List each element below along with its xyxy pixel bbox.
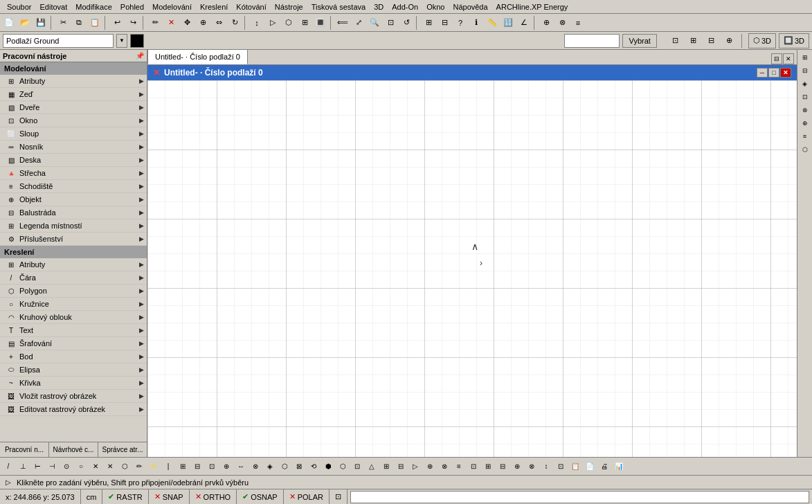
paste-btn[interactable]: 📋 [87, 15, 102, 30]
extra1-btn[interactable]: ⊕ [539, 15, 554, 30]
snap-icon3[interactable]: ⊟ [704, 33, 719, 48]
menu-entry-0-12[interactable]: ⚙Příslušenství▶ [0, 233, 147, 246]
menu-entry-1-0[interactable]: ⊞Atributy▶ [0, 258, 147, 271]
menu-entry-0-3[interactable]: ⊡Okno▶ [0, 114, 147, 127]
bt-btn-9[interactable]: ⬡ [118, 460, 132, 474]
drawing-tab[interactable]: Untitled- · Číslo podlaží 0 [147, 49, 248, 64]
panel-scroll[interactable]: Modelování⊞Atributy▶▦Zeď▶▧Dveře▶⊡Okno▶⬜S… [0, 62, 147, 442]
right-btn-2[interactable]: ⊟ [799, 64, 811, 77]
menu-item-editovat[interactable]: Editovat [35, 1, 71, 12]
new-btn[interactable]: 📄 [1, 15, 17, 30]
right-btn-5[interactable]: ⊗ [799, 104, 811, 116]
bt-btn-32[interactable]: ≡ [452, 460, 466, 474]
pencil-btn[interactable]: ✏ [147, 15, 163, 30]
zoom-prev[interactable]: ⟸ [335, 15, 350, 30]
angle-btn[interactable]: ∠ [516, 15, 532, 30]
color-box[interactable] [130, 34, 144, 48]
save-btn[interactable]: 💾 [33, 15, 48, 30]
win-restore-btn[interactable]: □ [768, 68, 779, 78]
bt-btn-18[interactable]: ⊗ [249, 460, 262, 474]
bt-btn-11[interactable]: ✏ [147, 460, 161, 474]
menu-entry-1-11[interactable]: 🖼Editovat rastrový obrázek▶ [0, 403, 147, 416]
menu-item-n-stroje[interactable]: Nástroje [271, 1, 307, 12]
open-btn[interactable]: 📂 [17, 15, 33, 30]
snap-icon2[interactable]: ⊞ [686, 33, 701, 48]
osnap-toggle[interactable]: ✔ OSNAP [237, 489, 284, 504]
menu-entry-1-10[interactable]: 🖼Vložit rastrový obrázek▶ [0, 390, 147, 403]
bt-btn-2[interactable]: ⊥ [16, 460, 30, 474]
bt-btn-4[interactable]: ⊣ [45, 460, 59, 474]
menu-entry-1-3[interactable]: ○Kružnice▶ [0, 298, 147, 311]
undo-btn[interactable]: ↩ [109, 15, 125, 30]
tab-ctrl-restore[interactable]: ⊟ [771, 53, 782, 64]
menu-item-tiskov--sestava[interactable]: Tisková sestava [307, 1, 370, 12]
vybrat-btn[interactable]: Vybrat [622, 34, 656, 48]
redo-btn[interactable]: ↪ [125, 15, 141, 30]
right-btn-8[interactable]: ⬡ [799, 143, 811, 156]
menu-entry-0-7[interactable]: 🔺Střecha▶ [0, 167, 147, 180]
floor-dropdown-btn[interactable]: ▼ [116, 34, 127, 48]
menu-entry-1-1[interactable]: /Čára▶ [0, 271, 147, 285]
bt-btn-29[interactable]: ▷ [408, 460, 422, 474]
bt-btn-23[interactable]: ⬢ [321, 460, 335, 474]
menu-entry-1-4[interactable]: ◠Kruhový oblouk▶ [0, 311, 147, 324]
menu-item-k-tov-n-[interactable]: Kótování [232, 1, 270, 12]
menu-entry-1-8[interactable]: ⬭Elipsa▶ [0, 363, 147, 377]
bt-btn-1[interactable]: / [1, 460, 15, 474]
bt-btn-6[interactable]: ○ [74, 460, 88, 474]
arr1-btn[interactable]: ▷ [265, 15, 280, 30]
menu-entry-0-8[interactable]: ≡Schodiště▶ [0, 180, 147, 193]
floor-select[interactable]: Podlaží Ground [3, 34, 114, 48]
bt-btn-26[interactable]: △ [365, 460, 379, 474]
ortho-toggle[interactable]: ✕ ORTHO [190, 489, 237, 504]
grid-btn[interactable]: ⊞ [421, 15, 436, 30]
bt-btn-14[interactable]: ⊟ [190, 460, 204, 474]
mirror-btn[interactable]: ⇔ [211, 15, 226, 30]
lp-tab-1[interactable]: Návrhové c... [49, 442, 98, 457]
bt-btn-16[interactable]: ⊕ [219, 460, 233, 474]
bt-btn-40[interactable]: 📋 [568, 460, 582, 474]
bt-btn-20[interactable]: ⬡ [278, 460, 291, 474]
menu-item-add-on[interactable]: Add-On [388, 1, 422, 12]
right-btn-1[interactable]: ⊞ [799, 51, 811, 64]
bt-btn-22[interactable]: ⟲ [307, 460, 321, 474]
bt-btn-38[interactable]: ↕ [539, 460, 553, 474]
bt-btn-13[interactable]: ⊞ [176, 460, 190, 474]
bt-btn-15[interactable]: ⊡ [205, 460, 219, 474]
zoom-all[interactable]: ⤢ [351, 15, 366, 30]
calc-btn[interactable]: 🔢 [500, 15, 516, 30]
bt-btn-42[interactable]: 🖨 [597, 460, 611, 474]
menu-entry-0-1[interactable]: ▦Zeď▶ [0, 88, 147, 101]
btn-3d[interactable]: ⬡ 3D [748, 33, 776, 48]
bt-btn-8[interactable]: ✕ [103, 460, 117, 474]
copy-btn[interactable]: ⧉ [71, 15, 87, 30]
menu-entry-0-4[interactable]: ⬜Sloup▶ [0, 127, 147, 141]
bt-btn-21[interactable]: ⊠ [292, 460, 306, 474]
lp-tab-0[interactable]: Pracovní n... [0, 442, 49, 457]
menu-item-okno[interactable]: Okno [422, 1, 449, 12]
snap2-btn[interactable]: ⊟ [437, 15, 452, 30]
menu-entry-0-10[interactable]: ⊟Balustráda▶ [0, 206, 147, 219]
cut-btn[interactable]: ✂ [55, 15, 71, 30]
info-btn[interactable]: ℹ [469, 15, 484, 30]
delete-btn[interactable]: ✕ [163, 15, 179, 30]
bt-btn-7[interactable]: ✕ [89, 460, 102, 474]
help-btn[interactable]: ? [453, 15, 468, 30]
bt-btn-17[interactable]: ↔ [234, 460, 248, 474]
menu-entry-0-2[interactable]: ▧Dveře▶ [0, 101, 147, 114]
rastr-toggle[interactable]: ✔ RASTR [102, 489, 148, 504]
menu-item-kreslen-[interactable]: Kreslení [196, 1, 232, 12]
menu-item-soubor[interactable]: Soubor [3, 1, 35, 12]
tab-ctrl-close[interactable]: ✕ [783, 53, 794, 64]
ruler-btn[interactable]: 📏 [485, 15, 500, 30]
win-close-btn[interactable]: ✕ [780, 68, 791, 78]
menu-item-archline-xp-energy[interactable]: ARCHline.XP Energy [492, 1, 572, 12]
bt-btn-36[interactable]: ⊕ [510, 460, 524, 474]
bt-btn-41[interactable]: 📄 [583, 460, 597, 474]
lp-tab-2[interactable]: Správce atr... [98, 442, 147, 457]
arr4-btn[interactable]: 🔳 [313, 15, 328, 30]
menu-entry-1-6[interactable]: ▤Šrafování▶ [0, 337, 147, 350]
arr3-btn[interactable]: ⊞ [297, 15, 312, 30]
polar-toggle[interactable]: ✕ POLAR [284, 489, 330, 504]
bt-btn-35[interactable]: ⊟ [496, 460, 509, 474]
